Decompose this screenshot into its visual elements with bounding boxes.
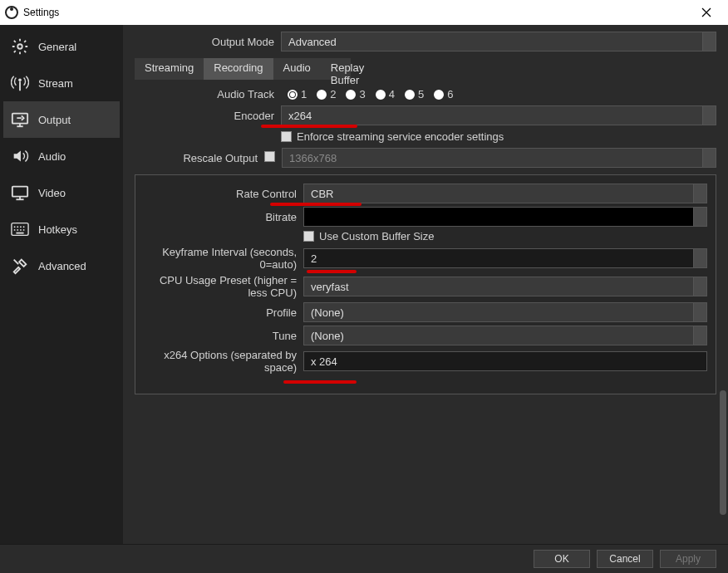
sidebar-item-general[interactable]: General (3, 28, 120, 65)
x264-opts-value: x 264 (311, 355, 337, 368)
audio-track-group: 1 2 3 4 5 6 (288, 88, 453, 100)
apply-button[interactable]: Apply (660, 550, 716, 568)
keyboard-icon (10, 219, 30, 239)
svg-point-3 (18, 79, 22, 82)
sidebar-item-label: Stream (38, 77, 73, 90)
x264-opts-input[interactable]: x 264 (303, 351, 707, 371)
radio-icon (376, 90, 386, 100)
spinner-icon (702, 32, 716, 51)
output-mode-select[interactable]: Advanced (281, 32, 716, 51)
x264-opts-label: x264 Options (separated by space) (144, 349, 303, 374)
cpu-preset-value: veryfast (311, 281, 349, 293)
encoder-value: x264 (288, 110, 312, 122)
sidebar-item-video[interactable]: Video (3, 174, 120, 211)
settings-sidebar: General Stream Output Audio Video (0, 25, 123, 544)
encoder-settings-panel: Rate Control CBR Bitrate Use Custom (135, 174, 716, 394)
rescale-value: 1366x768 (289, 152, 337, 164)
tab-replay-buffer[interactable]: Replay Buffer (321, 58, 374, 80)
audio-track-4[interactable]: 4 (376, 88, 395, 100)
tools-icon (10, 256, 30, 276)
bitrate-input[interactable] (303, 207, 707, 227)
svg-point-14 (20, 226, 22, 228)
monitor-icon (10, 183, 30, 203)
profile-select[interactable]: (None) (303, 302, 707, 322)
tab-streaming[interactable]: Streaming (135, 58, 204, 80)
tab-audio[interactable]: Audio (273, 58, 321, 80)
cpu-preset-label: CPU Usage Preset (higher = less CPU) (144, 274, 303, 299)
encoder-select[interactable]: x264 (281, 105, 716, 125)
checkbox-icon (281, 131, 292, 142)
sidebar-item-label: Output (38, 114, 71, 126)
ok-button[interactable]: OK (534, 550, 590, 568)
custom-buffer-label: Use Custom Buffer Size (319, 230, 434, 242)
audio-track-2[interactable]: 2 (317, 88, 336, 100)
keyframe-value: 2 (311, 252, 317, 265)
svg-rect-20 (16, 233, 23, 234)
keyframe-input[interactable]: 2 (303, 248, 707, 268)
svg-rect-8 (12, 187, 27, 197)
keyframe-label: Keyframe Interval (seconds, 0=auto) (144, 246, 303, 271)
svg-line-21 (14, 260, 19, 265)
tune-label: Tune (144, 330, 303, 342)
settings-main: Output Mode Advanced Streaming Recording… (123, 25, 728, 544)
annotation-underline (307, 270, 357, 273)
spinner-icon (693, 326, 706, 345)
tab-recording[interactable]: Recording (204, 58, 273, 80)
tune-value: (None) (311, 330, 344, 342)
sidebar-item-label: Audio (38, 150, 66, 163)
bitrate-label: Bitrate (144, 211, 303, 223)
svg-point-15 (23, 226, 25, 228)
radio-icon (317, 90, 327, 100)
rate-control-select[interactable]: CBR (303, 184, 707, 203)
checkbox-icon (303, 231, 314, 242)
radio-icon (288, 90, 298, 100)
audio-track-1[interactable]: 1 (288, 88, 307, 100)
tune-select[interactable]: (None) (303, 326, 707, 345)
audio-track-5[interactable]: 5 (405, 88, 424, 100)
spinner-icon (693, 277, 706, 296)
audio-track-6[interactable]: 6 (434, 88, 453, 100)
profile-label: Profile (144, 306, 303, 319)
output-mode-value: Advanced (288, 36, 337, 48)
svg-point-12 (14, 226, 16, 228)
encoder-label: Encoder (135, 110, 281, 122)
rescale-checkbox[interactable] (264, 151, 275, 164)
sidebar-item-output[interactable]: Output (3, 101, 120, 138)
custom-buffer-checkbox[interactable]: Use Custom Buffer Size (303, 230, 434, 242)
close-icon (701, 7, 711, 17)
spinner-icon (693, 303, 706, 321)
annotation-underline (270, 203, 362, 206)
spinner-icon (693, 249, 706, 267)
enforce-checkbox[interactable]: Enforce streaming service encoder settin… (281, 130, 504, 143)
cancel-button[interactable]: Cancel (597, 550, 653, 568)
sidebar-item-advanced[interactable]: Advanced (3, 247, 120, 284)
vertical-scrollbar[interactable] (718, 25, 726, 544)
close-button[interactable] (690, 0, 723, 25)
rescale-label: Rescale Output (135, 152, 264, 164)
rescale-select[interactable]: 1366x768 (282, 148, 716, 168)
svg-point-16 (14, 229, 16, 231)
dialog-footer: OK Cancel Apply (0, 544, 728, 573)
radio-icon (434, 90, 444, 100)
chevron-down-icon (702, 149, 716, 167)
rate-control-label: Rate Control (144, 188, 303, 200)
output-tabs: Streaming Recording Audio Replay Buffer (135, 58, 351, 80)
scrollbar-thumb[interactable] (720, 390, 726, 515)
app-logo-icon (5, 6, 18, 19)
sidebar-item-stream[interactable]: Stream (3, 65, 120, 101)
sidebar-item-audio[interactable]: Audio (3, 138, 120, 174)
titlebar: Settings (0, 0, 728, 25)
spinner-icon (702, 106, 716, 125)
audio-track-3[interactable]: 3 (346, 88, 365, 100)
sidebar-item-label: General (38, 41, 76, 53)
svg-point-19 (23, 229, 25, 231)
sidebar-item-hotkeys[interactable]: Hotkeys (3, 211, 120, 247)
cpu-preset-select[interactable]: veryfast (303, 277, 707, 296)
output-mode-label: Output Mode (135, 36, 281, 48)
radio-icon (405, 90, 415, 100)
rate-control-value: CBR (311, 188, 333, 200)
radio-icon (346, 90, 356, 100)
sidebar-item-label: Advanced (38, 260, 86, 272)
gear-icon (10, 37, 30, 56)
annotation-underline (283, 380, 357, 384)
